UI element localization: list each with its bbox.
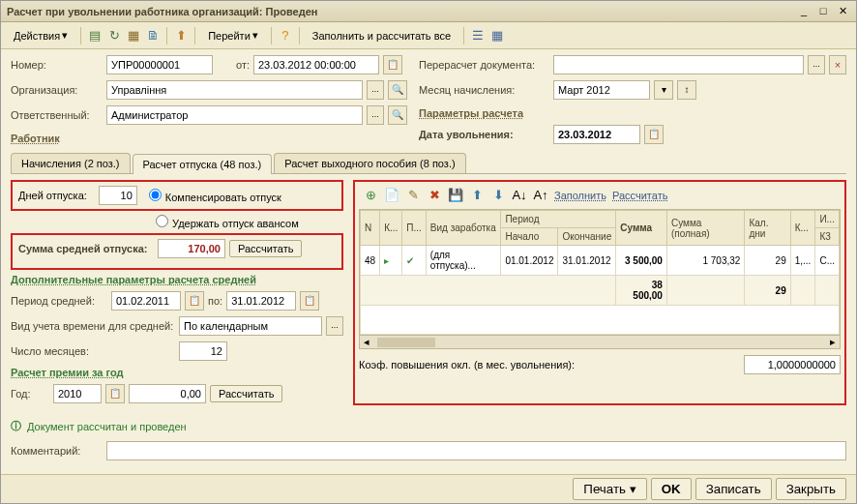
radio-withhold[interactable]: Удержать отпуск авансом	[156, 215, 299, 229]
fill-link[interactable]: Заполнить	[554, 190, 606, 201]
org-open-button[interactable]: 🔍	[388, 80, 407, 100]
bonus-section-label: Расчет премии за год	[11, 367, 343, 378]
col-k3[interactable]: К3	[815, 228, 840, 246]
resp-select-button[interactable]: ...	[367, 105, 384, 125]
delete-icon[interactable]: ✖	[427, 188, 442, 203]
number-label: Номер:	[11, 59, 103, 71]
year-val-input[interactable]	[129, 384, 206, 403]
month-label: Месяц начисления:	[419, 84, 549, 96]
toolbar-icon-4[interactable]: 🗎	[145, 28, 161, 44]
col-sumfull[interactable]: Сумма (полная)	[666, 211, 744, 246]
comment-input[interactable]	[106, 441, 846, 460]
date-picker-icon[interactable]: 📋	[383, 55, 402, 74]
date-input[interactable]	[253, 55, 379, 74]
maximize-button[interactable]: □	[815, 4, 831, 19]
time-input[interactable]	[179, 316, 322, 336]
number-input[interactable]	[106, 55, 213, 74]
close-window-button[interactable]: ✕	[835, 4, 850, 19]
goto-menu[interactable]: Перейти ▾	[201, 26, 265, 44]
dismiss-date-input[interactable]	[553, 125, 640, 144]
days-input[interactable]	[99, 186, 137, 205]
fill-calc-all-button[interactable]: Заполнить и рассчитать все	[306, 27, 458, 44]
toolbar-icon-3[interactable]: ▦	[126, 28, 141, 44]
year-input[interactable]	[53, 384, 102, 403]
toolbar-icon-2[interactable]: ↻	[106, 28, 122, 44]
period-to-input[interactable]	[226, 291, 296, 311]
save-button[interactable]: Записать	[695, 478, 772, 500]
list-icon-2[interactable]: ▦	[489, 28, 505, 44]
dismiss-date-picker-icon[interactable]: 📋	[644, 125, 664, 144]
avg-input[interactable]	[158, 239, 225, 258]
actions-menu[interactable]: Действия ▾	[7, 26, 74, 44]
up-icon[interactable]: ⬆	[469, 188, 485, 203]
save-icon[interactable]: 💾	[448, 188, 463, 203]
coef-label: Коэф. повышения окл. (в мес. увольнения)…	[359, 359, 575, 371]
params-section-label: Параметры расчета	[419, 107, 846, 119]
col-sum[interactable]: Сумма	[616, 211, 667, 246]
col-k2[interactable]: К...	[790, 211, 815, 246]
col-start[interactable]: Начало	[501, 228, 558, 246]
grid-hscroll[interactable]: ◂ ▸	[360, 335, 840, 348]
col-days[interactable]: Кал. дни	[745, 211, 790, 246]
resp-input[interactable]	[106, 105, 363, 125]
coef-input[interactable]	[744, 355, 841, 374]
toolbar-icon-1[interactable]: ▤	[87, 28, 103, 44]
col-k[interactable]: К...	[380, 211, 402, 246]
ok-button[interactable]: OK	[651, 478, 692, 500]
col-period[interactable]: Период	[501, 211, 616, 228]
resp-open-button[interactable]: 🔍	[388, 105, 407, 125]
titlebar: Расчет при увольнении работника организа…	[1, 1, 856, 22]
minimize-button[interactable]: _	[796, 4, 812, 19]
radio-compensate[interactable]: Компенсировать отпуск	[149, 189, 281, 203]
org-input[interactable]	[106, 80, 363, 100]
org-select-button[interactable]: ...	[367, 80, 384, 100]
days-label: Дней отпуска:	[18, 190, 87, 201]
year-label: Год:	[11, 388, 49, 400]
info-icon: ⓘ	[11, 419, 21, 433]
down-icon[interactable]: ⬇	[490, 188, 506, 203]
edit-icon[interactable]: ✎	[405, 188, 421, 203]
period-from-input[interactable]	[111, 291, 181, 311]
calc-bonus-button[interactable]: Рассчитать	[210, 385, 282, 402]
close-button[interactable]: Закрыть	[776, 478, 846, 500]
tab-vacation[interactable]: Расчет отпуска (48 поз.)	[133, 154, 273, 174]
period-from-picker[interactable]: 📋	[185, 291, 204, 311]
tab-severance[interactable]: Расчет выходного пособия (8 поз.)	[274, 153, 465, 173]
recalc-select-button[interactable]: ...	[808, 55, 825, 74]
months-input[interactable]	[179, 341, 227, 361]
table-row[interactable]: 48 ▸ ✔ (для отпуска)... 01.01.2012 31.01…	[361, 246, 840, 276]
col-vid[interactable]: Вид заработка	[426, 211, 501, 246]
sort-desc-icon[interactable]: A↑	[533, 188, 548, 203]
recalc-input[interactable]	[553, 55, 804, 74]
add-icon[interactable]: ⊕	[363, 188, 378, 203]
scroll-left-icon[interactable]: ◂	[360, 336, 373, 348]
footer: Печать ▾ OK Записать Закрыть	[1, 474, 856, 503]
col-end[interactable]: Окончание	[558, 228, 616, 246]
sort-asc-icon[interactable]: A↓	[512, 188, 527, 203]
col-i[interactable]: И...	[815, 211, 840, 228]
col-n[interactable]: N	[361, 211, 380, 246]
copy-icon[interactable]: 📄	[384, 188, 399, 203]
toolbar-icon-5[interactable]: ⬆	[173, 28, 189, 44]
year-picker[interactable]: 📋	[105, 384, 125, 403]
month-spinner-icon[interactable]: ↕	[677, 80, 696, 100]
month-input[interactable]	[553, 80, 650, 100]
calc-avg-button[interactable]: Рассчитать	[229, 240, 302, 257]
from-label: от:	[236, 59, 250, 71]
tab-accruals[interactable]: Начисления (2 поз.)	[11, 153, 131, 173]
worker-section-label: Работник	[11, 133, 407, 144]
time-select-button[interactable]: ...	[326, 316, 343, 336]
list-icon-1[interactable]: ☰	[470, 28, 486, 44]
row-checkmark-icon: ✔	[402, 246, 427, 276]
calc-link[interactable]: Рассчитать	[612, 190, 667, 201]
calc-grid[interactable]: N К... П... Вид заработка Период Сумма С…	[359, 209, 841, 349]
period-label: Период средней:	[11, 295, 107, 307]
help-icon[interactable]: ?	[278, 28, 293, 44]
recalc-clear-button[interactable]: ×	[829, 55, 846, 74]
scroll-right-icon[interactable]: ▸	[826, 336, 840, 348]
period-to-picker[interactable]: 📋	[300, 291, 319, 311]
col-p[interactable]: П...	[402, 211, 427, 246]
month-dropdown-icon[interactable]: ▾	[654, 80, 673, 100]
print-button[interactable]: Печать ▾	[573, 478, 646, 500]
addparams-label: Дополнительные параметры расчета средней	[11, 274, 343, 285]
